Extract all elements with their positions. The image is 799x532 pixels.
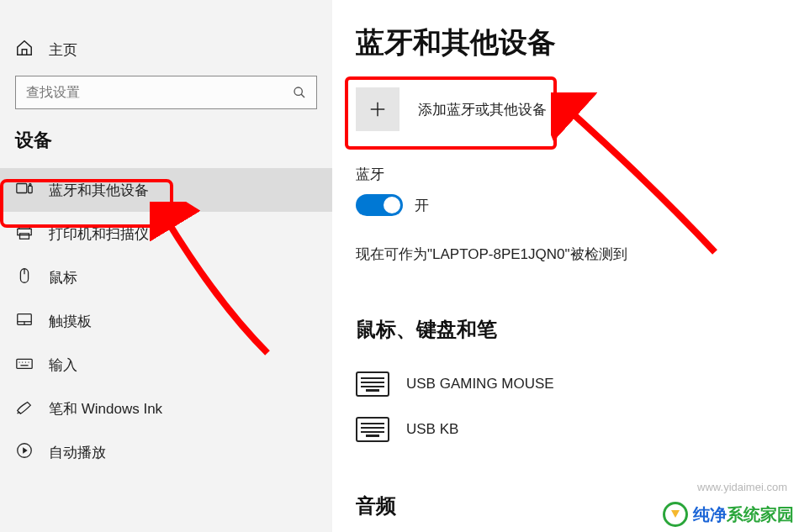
- sidebar-item-label: 笔和 Windows Ink: [49, 399, 162, 419]
- home-label: 主页: [49, 40, 77, 60]
- page-title: 蓝牙和其他设备: [356, 24, 799, 62]
- bluetooth-label: 蓝牙: [356, 165, 799, 184]
- sidebar-item-label: 自动播放: [49, 443, 106, 462]
- svg-rect-7: [20, 233, 29, 238]
- search-input[interactable]: [16, 76, 283, 108]
- device-item[interactable]: USB GAMING MOUSE: [356, 361, 799, 407]
- keyboard-device-icon: [356, 371, 389, 397]
- mouse-icon: [15, 266, 34, 289]
- toggle-state-label: 开: [415, 196, 429, 215]
- touchpad-icon: [15, 310, 34, 333]
- plus-icon: [356, 87, 400, 131]
- device-item[interactable]: USB KB: [356, 407, 799, 452]
- group-mouse-keyboard-pen: 鼠标、键盘和笔: [356, 316, 799, 343]
- sidebar-item-autoplay[interactable]: 自动播放: [0, 430, 332, 474]
- search-icon: [283, 86, 316, 99]
- sidebar-item-label: 触摸板: [49, 312, 92, 331]
- sidebar-item-touchpad[interactable]: 触摸板: [0, 299, 332, 343]
- sidebar-item-label: 蓝牙和其他设备: [49, 181, 149, 200]
- svg-point-0: [294, 87, 302, 95]
- sidebar-item-typing[interactable]: 输入: [0, 343, 332, 387]
- sidebar-item-bluetooth[interactable]: 蓝牙和其他设备: [0, 168, 332, 212]
- bluetooth-devices-icon: [15, 179, 34, 202]
- autoplay-icon: [15, 441, 34, 464]
- device-name-label: USB GAMING MOUSE: [406, 376, 554, 392]
- sidebar-item-label: 打印机和扫描仪: [49, 224, 149, 244]
- brand-badge: 纯净系统家园: [663, 502, 794, 527]
- svg-rect-2: [17, 183, 27, 192]
- keyboard-device-icon: [356, 417, 389, 442]
- home-link[interactable]: 主页: [0, 35, 332, 76]
- watermark-text: www.yidaimei.com: [697, 481, 787, 493]
- keyboard-icon: [15, 354, 34, 377]
- bluetooth-toggle[interactable]: [356, 194, 403, 216]
- svg-rect-13: [17, 359, 32, 368]
- sidebar-item-label: 输入: [49, 356, 77, 375]
- svg-line-1: [301, 94, 304, 97]
- sidebar-item-pen[interactable]: 笔和 Windows Ink: [0, 387, 332, 430]
- svg-marker-20: [23, 447, 28, 453]
- download-icon: [663, 502, 688, 527]
- toggle-knob: [384, 197, 400, 213]
- sidebar-item-label: 鼠标: [49, 268, 77, 287]
- sidebar-item-mouse[interactable]: 鼠标: [0, 255, 332, 299]
- discoverable-text: 现在可作为"LAPTOP-8PE1JQN0"被检测到: [356, 245, 799, 264]
- home-icon: [15, 39, 34, 61]
- printer-icon: [15, 223, 34, 245]
- add-device-button[interactable]: 添加蓝牙或其他设备: [356, 87, 549, 131]
- search-box[interactable]: [15, 76, 317, 109]
- sidebar-item-printers[interactable]: 打印机和扫描仪: [0, 212, 332, 255]
- pen-icon: [15, 398, 34, 420]
- sidebar-section-title: 设备: [0, 128, 332, 168]
- add-device-label: 添加蓝牙或其他设备: [418, 100, 547, 119]
- svg-point-4: [29, 183, 31, 185]
- device-name-label: USB KB: [406, 421, 458, 438]
- svg-rect-3: [29, 186, 33, 192]
- svg-rect-5: [19, 224, 30, 229]
